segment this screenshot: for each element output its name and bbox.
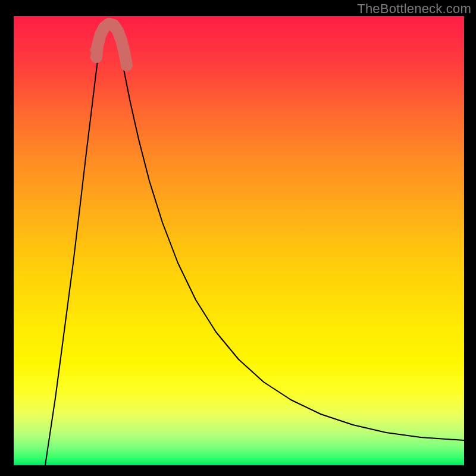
- watermark-text: TheBottleneck.com: [357, 1, 471, 17]
- curve-overlay: [14, 16, 464, 465]
- valley-marker-path: [96, 24, 127, 65]
- plot-area: [14, 16, 464, 465]
- chart-frame: TheBottleneck.com: [0, 0, 476, 476]
- valley-dot: [90, 46, 99, 55]
- v-curve-path: [45, 19, 464, 465]
